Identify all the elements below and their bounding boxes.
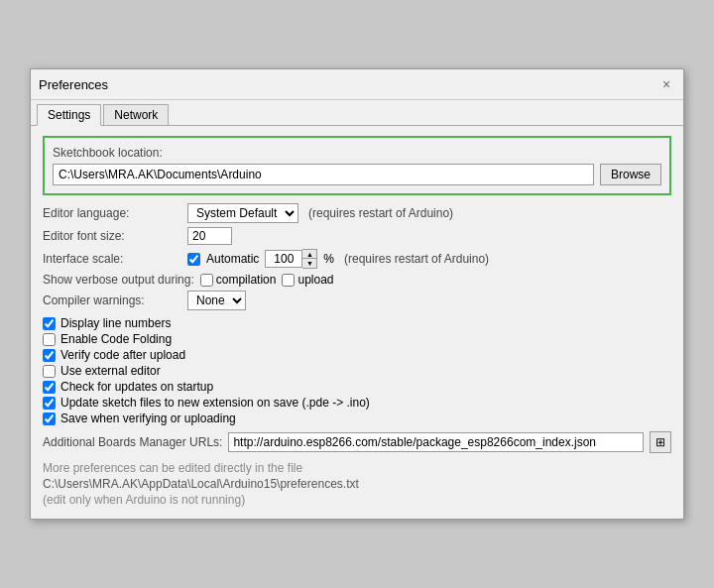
editor-font-size-row: Editor font size: <box>43 227 671 245</box>
save-verifying-checkbox[interactable] <box>43 412 56 425</box>
verbose-options: compilation upload <box>200 273 334 287</box>
tab-network[interactable]: Network <box>103 104 169 125</box>
checkbox-row-external-editor: Use external editor <box>43 364 671 378</box>
compilation-checkbox[interactable] <box>200 274 213 287</box>
additional-boards-label: Additional Boards Manager URLs: <box>43 435 222 449</box>
save-verifying-label: Save when verifying or uploading <box>60 412 236 425</box>
checkbox-row-save-verifying: Save when verifying or uploading <box>43 412 671 425</box>
editor-font-size-label: Editor font size: <box>43 229 181 243</box>
sketchbook-label: Sketchbook location: <box>53 146 661 160</box>
enable-code-folding-label: Enable Code Folding <box>60 332 172 346</box>
title-bar: Preferences × <box>31 69 683 100</box>
checkbox-row-update-sketch: Update sketch files to new extension on … <box>43 396 671 410</box>
editor-language-select[interactable]: System Default <box>187 203 298 223</box>
editor-language-note: (requires restart of Arduino) <box>308 206 453 220</box>
prefs-path: C:\Users\MRA.AK\AppData\Local\Arduino15\… <box>43 477 671 491</box>
settings-grid: Editor language: System Default (require… <box>43 203 671 310</box>
verify-code-label: Verify code after upload <box>60 348 185 362</box>
interface-scale-note: (requires restart of Arduino) <box>344 252 489 266</box>
verify-code-checkbox[interactable] <box>43 349 56 362</box>
checkbox-row-enable-code-folding: Enable Code Folding <box>43 332 671 346</box>
update-sketch-checkbox[interactable] <box>43 397 56 410</box>
external-editor-checkbox[interactable] <box>43 365 56 378</box>
sketchbook-section: Sketchbook location: Browse <box>43 136 671 195</box>
update-sketch-label: Update sketch files to new extension on … <box>60 396 370 410</box>
interface-scale-row: Interface scale: Automatic ▲ ▼ % (requir… <box>43 249 671 269</box>
show-verbose-row: Show verbose output during: compilation … <box>43 273 671 287</box>
display-line-numbers-checkbox[interactable] <box>43 317 56 330</box>
external-editor-label: Use external editor <box>60 364 161 378</box>
window-title: Preferences <box>39 77 108 92</box>
editor-language-row: Editor language: System Default (require… <box>43 203 671 223</box>
compiler-warnings-select[interactable]: None <box>187 291 246 310</box>
compiler-warnings-row: Compiler warnings: None <box>43 291 671 310</box>
additional-boards-row: Additional Boards Manager URLs: ⊞ <box>43 431 671 453</box>
spinner-up-button[interactable]: ▲ <box>302 250 316 259</box>
checkboxes-section: Display line numbers Enable Code Folding… <box>43 316 671 425</box>
edit-note: (edit only when Arduino is not running) <box>43 493 671 507</box>
interface-scale-auto-checkbox[interactable] <box>187 253 200 266</box>
enable-code-folding-checkbox[interactable] <box>43 333 56 346</box>
checkbox-row-verify-code: Verify code after upload <box>43 348 671 362</box>
upload-checkbox[interactable] <box>282 274 295 287</box>
compilation-item: compilation <box>200 273 277 287</box>
compiler-warnings-label: Compiler warnings: <box>43 294 181 307</box>
interface-scale-unit: % <box>323 252 334 266</box>
checkbox-row-display-line-numbers: Display line numbers <box>43 316 671 330</box>
spinner-down-button[interactable]: ▼ <box>302 259 316 268</box>
sketchbook-input-row: Browse <box>53 164 661 185</box>
tab-settings[interactable]: Settings <box>37 104 101 126</box>
info-section: More preferences can be edited directly … <box>43 461 671 507</box>
check-updates-checkbox[interactable] <box>43 381 56 394</box>
editor-language-label: Editor language: <box>43 206 181 220</box>
interface-scale-auto-label: Automatic <box>206 252 259 266</box>
sketchbook-path-input[interactable] <box>53 164 594 185</box>
display-line-numbers-label: Display line numbers <box>60 316 171 330</box>
browse-button[interactable]: Browse <box>600 164 661 185</box>
preferences-window: Preferences × Settings Network Sketchboo… <box>30 68 684 520</box>
additional-boards-icon-button[interactable]: ⊞ <box>650 431 671 453</box>
upload-label: upload <box>298 273 333 287</box>
upload-item: upload <box>282 273 333 287</box>
checkbox-row-check-updates: Check for updates on startup <box>43 380 671 394</box>
more-prefs-text: More preferences can be edited directly … <box>43 461 671 475</box>
check-updates-label: Check for updates on startup <box>60 380 213 394</box>
interface-scale-label: Interface scale: <box>43 252 181 266</box>
additional-boards-url-input[interactable] <box>228 432 644 452</box>
tab-bar: Settings Network <box>31 100 683 126</box>
settings-content: Sketchbook location: Browse Editor langu… <box>31 126 683 519</box>
compilation-label: compilation <box>216 273 277 287</box>
interface-scale-input[interactable] <box>265 250 302 268</box>
show-verbose-label: Show verbose output during: <box>43 273 194 287</box>
interface-scale-spinner: ▲ ▼ <box>265 249 317 269</box>
spinner-buttons: ▲ ▼ <box>302 249 317 269</box>
editor-font-size-input[interactable] <box>187 227 232 245</box>
close-button[interactable]: × <box>657 75 675 93</box>
